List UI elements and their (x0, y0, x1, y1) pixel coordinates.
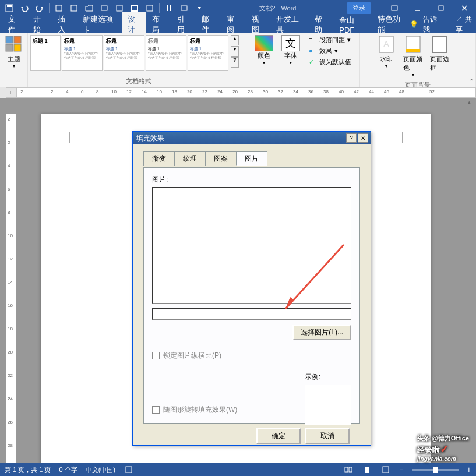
lightbulb-icon: 💡 (410, 20, 418, 29)
dialog-close-icon[interactable]: ✕ (358, 133, 368, 143)
close-icon[interactable] (453, 0, 476, 16)
margin-marker-tr (402, 132, 414, 143)
collapse-ribbon-icon[interactable]: ⌃ (469, 78, 474, 84)
check-icon: ✓ (309, 58, 317, 66)
language-label[interactable]: 中文(中国) (86, 466, 115, 474)
themes-button[interactable]: 主题 ▾ (2, 34, 26, 70)
zoom-slider[interactable] (412, 469, 459, 471)
picture-preview (152, 187, 351, 304)
margin-marker-tl (58, 132, 70, 143)
svg-rect-4 (101, 6, 107, 10)
rotate-fill-checkbox[interactable]: 随图形旋转填充效果(W) (152, 405, 237, 415)
horizontal-ruler[interactable]: 2246810121416182022242628303234363840424… (16, 87, 476, 98)
page-count-label[interactable]: 第 1 页，共 1 页 (5, 466, 51, 474)
colors-button[interactable]: 颜色 ▾ (252, 34, 276, 66)
svg-rect-30 (349, 467, 352, 472)
svg-rect-1 (7, 5, 12, 7)
svg-rect-17 (6, 36, 13, 43)
dialog-help-icon[interactable]: ? (346, 133, 357, 143)
fill-effects-dialog: 填充效果 ? ✕ 渐变 纹理 图案 图片 图片: 选择图片(L)... 锁定图片… (132, 131, 371, 446)
cancel-button[interactable]: 取消 (305, 428, 350, 444)
style-thumb-1[interactable]: 标题标题 1"插入"选项卡上的库中包含了与此文档外观 (62, 35, 103, 71)
chevron-down-icon: ▾ (13, 64, 15, 69)
svg-rect-7 (132, 6, 137, 10)
picture-path-field (152, 308, 351, 320)
picture-label: 图片: (152, 175, 351, 185)
fonts-button[interactable]: 文 字体 ▾ (278, 34, 303, 66)
checkbox-icon (152, 352, 160, 359)
svg-rect-9 (167, 5, 168, 11)
svg-rect-29 (345, 467, 348, 472)
svg-rect-12 (392, 6, 397, 10)
svg-text:A: A (383, 39, 389, 48)
dialog-titlebar[interactable]: 填充效果 ? ✕ (133, 132, 371, 144)
tab-gradient[interactable]: 渐变 (143, 151, 175, 166)
ribbon: 主题 ▾ 标题 1 标题标题 1"插入"选项卡上的库中包含了与此文档外观 标题标… (0, 33, 476, 87)
gallery-down-icon[interactable]: ▾ (231, 46, 239, 57)
para-spacing-icon: ≡ (309, 36, 317, 44)
svg-rect-3 (71, 5, 77, 11)
svg-rect-25 (433, 36, 447, 52)
page-color-button[interactable]: 页面颜色 ▾ (401, 34, 425, 79)
svg-rect-5 (117, 5, 122, 11)
checkbox-icon (152, 406, 160, 414)
svg-rect-28 (126, 467, 132, 473)
effects-icon: ● (309, 47, 317, 55)
gallery-more-icon[interactable]: ⊽ (231, 57, 239, 68)
dialog-tabs: 渐变 纹理 图案 图片 (143, 151, 360, 166)
scroll-up-icon[interactable]: ▴ (468, 99, 475, 105)
tab-texture[interactable]: 纹理 (174, 151, 206, 166)
fonts-icon: 文 (281, 35, 300, 51)
read-mode-icon[interactable] (343, 464, 354, 475)
svg-rect-14 (439, 6, 443, 10)
colors-icon (255, 35, 273, 51)
zoom-in-button[interactable]: + (467, 465, 471, 474)
print-layout-icon[interactable] (362, 464, 372, 475)
svg-rect-8 (147, 5, 153, 11)
set-default-button[interactable]: ✓设为默认值 (308, 57, 352, 67)
themes-icon (5, 35, 23, 54)
style-thumb-4[interactable]: 标题标题 1"插入"选项卡上的库中包含了与此文档外观 (188, 35, 228, 71)
maximize-icon[interactable] (429, 0, 453, 16)
tab-pattern[interactable]: 图案 (205, 151, 237, 166)
statusbar: 第 1 页，共 1 页 0 个字 中文(中国) − + (0, 463, 476, 476)
paragraph-spacing-button[interactable]: ≡段落间距 ▾ (308, 35, 352, 45)
ruler-corner: L (6, 87, 16, 98)
vertical-ruler[interactable]: 2246810121416182022242628 (6, 114, 16, 463)
style-thumb-2[interactable]: 标题标题 1"插入"选项卡上的库中包含了与此文档外观 (104, 35, 144, 71)
zoom-out-button[interactable]: − (399, 465, 404, 474)
svg-rect-20 (14, 44, 21, 51)
page-border-button[interactable]: 页面边框 (428, 34, 452, 73)
tellme-label[interactable]: 告诉我 (423, 15, 439, 34)
watermark-icon: A (377, 35, 396, 54)
style-thumb-0[interactable]: 标题 1 (30, 35, 61, 71)
svg-rect-10 (170, 5, 171, 11)
svg-rect-31 (365, 467, 369, 473)
select-picture-button[interactable]: 选择图片(L)... (292, 325, 351, 340)
lock-ratio-checkbox[interactable]: 锁定图片纵横比(P) (152, 351, 351, 361)
example-label: 示例: (305, 372, 351, 382)
example-preview (305, 385, 351, 425)
page-border-icon (431, 35, 449, 54)
ok-button[interactable]: 确定 (256, 428, 301, 444)
effects-button[interactable]: ●效果 ▾ (308, 46, 352, 56)
tab-content: 图片: 选择图片(L)... 锁定图片纵横比(P) 示例: 随图形旋转填充效果(… (143, 167, 360, 424)
svg-rect-19 (6, 44, 13, 51)
svg-rect-32 (383, 467, 389, 473)
gallery-up-icon[interactable]: ▴ (231, 35, 239, 45)
page-color-icon (404, 35, 422, 54)
dialog-title: 填充效果 (135, 133, 345, 143)
svg-rect-11 (181, 6, 187, 10)
text-cursor (98, 148, 98, 156)
web-layout-icon[interactable] (380, 464, 391, 475)
watermark-button[interactable]: A 水印 ▾ (374, 34, 399, 70)
menubar: 文件 开始 插入 新建选项卡 设计 布局 引用 邮件 审阅 视图 开发工具 帮助… (0, 16, 476, 33)
share-button[interactable]: ↗ 共享 (456, 15, 474, 34)
macro-icon[interactable] (124, 464, 134, 475)
svg-rect-18 (14, 36, 21, 43)
svg-rect-2 (56, 5, 62, 11)
tab-picture[interactable]: 图片 (236, 151, 267, 166)
minimize-icon[interactable] (406, 0, 429, 16)
word-count-label[interactable]: 0 个字 (59, 466, 77, 474)
style-thumb-3[interactable]: 标题标题 1"插入"选项卡上的库中包含了与此文档外观 (146, 35, 186, 71)
